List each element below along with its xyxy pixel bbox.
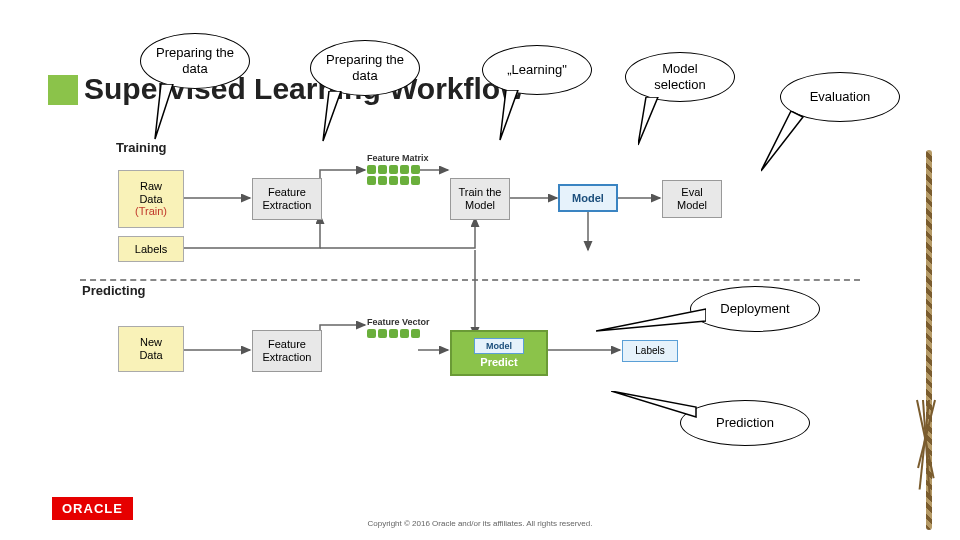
box-predict: Model Predict (450, 330, 548, 376)
bubble-prep2-text: Preparing the data (321, 52, 409, 83)
raw-l1: Raw (140, 180, 162, 193)
bubble-prep1: Preparing the data (140, 33, 250, 89)
svg-marker-0 (155, 84, 173, 139)
box-feature-extraction-1: Feature Extraction (252, 178, 322, 220)
svg-marker-1 (323, 91, 341, 141)
accent-bar (48, 75, 78, 105)
box-labels-out: Labels (622, 340, 678, 362)
new-l1: New (140, 336, 162, 349)
predict-label: Predict (480, 356, 517, 369)
label-feature-vector: Feature Vector (367, 317, 430, 327)
bubble-modelsel: Model selection (625, 52, 735, 102)
svg-marker-6 (611, 391, 696, 417)
box-raw-data-train: Raw Data (Train) (118, 170, 184, 228)
box-model-small: Model (474, 338, 524, 354)
copyright: Copyright © 2016 Oracle and/or its affil… (368, 519, 593, 528)
bubble-learning-text: „Learning" (507, 62, 567, 78)
svg-marker-2 (500, 90, 518, 140)
bubble-deployment: Deployment (690, 286, 820, 332)
bubble-deployment-text: Deployment (720, 301, 789, 317)
bubble-evaluation-text: Evaluation (810, 89, 871, 105)
section-predicting: Predicting (82, 283, 146, 298)
feature-matrix-icon (367, 165, 420, 185)
svg-marker-3 (638, 97, 658, 145)
bubble-modelsel-text: Model selection (636, 61, 724, 92)
raw-l2: Data (139, 193, 162, 206)
oracle-logo: ORACLE (52, 497, 133, 520)
label-feature-matrix: Feature Matrix (367, 153, 429, 163)
box-feature-extraction-2: Feature Extraction (252, 330, 322, 372)
box-model: Model (558, 184, 618, 212)
bubble-prediction-text: Prediction (716, 415, 774, 431)
svg-marker-5 (596, 309, 706, 331)
bubble-prep1-text: Preparing the data (151, 45, 239, 76)
bubble-prep2: Preparing the data (310, 40, 420, 96)
box-eval-model: Eval Model (662, 180, 722, 218)
box-new-data: New Data (118, 326, 184, 372)
box-train-model: Train the Model (450, 178, 510, 220)
divider (80, 279, 860, 281)
feature-vector-icon (367, 329, 420, 338)
bubble-prediction: Prediction (680, 400, 810, 446)
rope-fray (906, 400, 946, 520)
box-labels-train: Labels (118, 236, 184, 262)
raw-l3: (Train) (135, 205, 167, 218)
bubble-learning: „Learning" (482, 45, 592, 95)
bubble-evaluation: Evaluation (780, 72, 900, 122)
svg-marker-4 (761, 111, 803, 171)
new-l2: Data (139, 349, 162, 362)
